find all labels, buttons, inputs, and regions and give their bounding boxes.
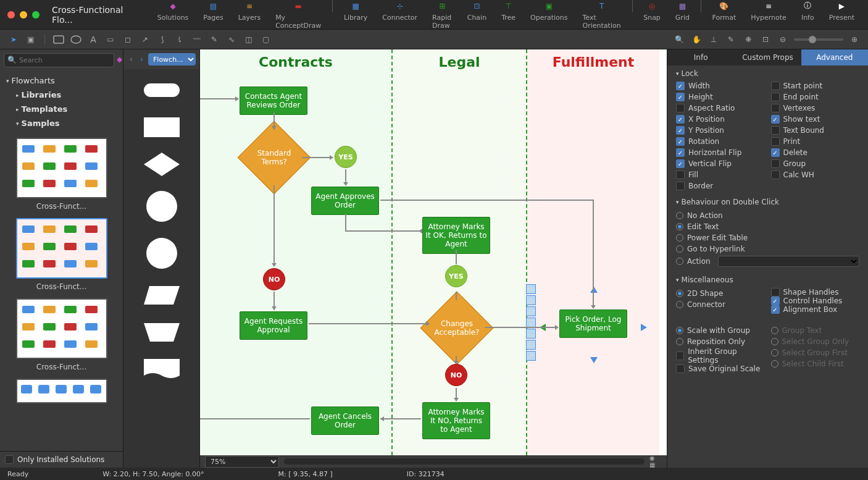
tab-custom-props[interactable]: Custom Props — [734, 49, 801, 65]
pointer-tool[interactable]: ➤ — [7, 33, 20, 46]
menu-connector[interactable]: ⊹Connector — [376, 0, 424, 32]
lock-vertical-flip[interactable]: ✓Vertical Flip — [676, 159, 765, 168]
misc-alignment-box[interactable]: ✓Alignment Box — [771, 305, 860, 314]
group-scale-with-group[interactable]: Scale with Group — [676, 325, 765, 336]
lock-horizontal-flip[interactable]: ✓Horizontal Flip — [676, 148, 765, 157]
search-canvas-icon[interactable]: 🔍 — [673, 33, 685, 46]
menu-chain[interactable]: ⊡Chain — [461, 0, 493, 32]
dblclick-no-action[interactable]: No Action — [676, 210, 859, 221]
menu-tree[interactable]: ⊤Tree — [495, 0, 522, 32]
lock-aspect-ratio[interactable]: Aspect Ratio — [676, 104, 765, 112]
dblclick-action[interactable]: Action — [676, 255, 859, 268]
lock-group[interactable]: Group — [771, 159, 860, 168]
crop-tool[interactable]: ⊡ — [759, 33, 772, 46]
node-yes2[interactable]: YES — [445, 265, 467, 287]
lock-print[interactable]: Print — [771, 137, 860, 146]
data-shape[interactable] — [143, 284, 180, 306]
textbox-tool[interactable]: ▭ — [104, 33, 117, 46]
lock-x-position[interactable]: ✓X Position — [676, 115, 765, 124]
eyedropper-tool[interactable]: ✎ — [725, 33, 737, 46]
filter-button[interactable]: ◆ — [117, 53, 122, 65]
dblclick-edit-text[interactable]: Edit Text — [676, 221, 859, 232]
connector-shape[interactable] — [143, 190, 180, 222]
pen-tool[interactable]: ✎ — [208, 33, 220, 46]
tree-root[interactable]: ▾ Flowcharts — [5, 74, 118, 88]
lock-fill[interactable]: Fill — [676, 171, 765, 179]
tree-libraries[interactable]: ▸ Libraries — [5, 88, 118, 102]
eraser-tool[interactable]: ◫ — [243, 33, 255, 46]
lock-border[interactable]: Border — [676, 182, 765, 190]
process-shape[interactable] — [143, 116, 180, 138]
minimize-window-button[interactable] — [20, 11, 27, 19]
sg-conn-icon[interactable]: ↗ — [526, 351, 536, 361]
spray-tool[interactable]: ❋ — [742, 33, 754, 46]
misc-control-handles[interactable]: ✓Control Handles — [771, 297, 860, 305]
document-shape[interactable] — [143, 358, 180, 381]
spline-tool[interactable]: 〰 — [191, 33, 203, 46]
shapes-dropdown[interactable]: Flowch... — [148, 53, 196, 65]
zoom-out-button[interactable]: ⊖ — [777, 33, 789, 46]
dblclick-power-edit-table[interactable]: Power Edit Table — [676, 232, 859, 243]
tab-info[interactable]: Info — [667, 49, 734, 65]
node-attorney-no[interactable]: Attorney Marks It NO, Returns to Agent — [422, 402, 490, 439]
page-nav-icon[interactable]: ◉ ▦ — [649, 455, 662, 468]
ellipse-tool[interactable] — [70, 33, 82, 46]
menu-pages[interactable]: ▤Pages — [197, 0, 229, 32]
node-no2[interactable]: NO — [445, 364, 467, 386]
menu-format[interactable]: 🎨Format — [706, 0, 742, 32]
sg-diamond-icon[interactable]: ◇ — [526, 295, 536, 305]
lock-calc-wh[interactable]: Calc WH — [771, 171, 860, 179]
menu-operations[interactable]: ▣Operations — [524, 0, 574, 32]
lock-height[interactable]: ✓Height — [676, 93, 765, 101]
menu-rapid-draw[interactable]: ⊞Rapid Draw — [426, 0, 459, 32]
thumbnail-2[interactable]: Cross-Funct... — [5, 298, 118, 371]
shapes-next-button[interactable]: › — [138, 53, 146, 65]
marquee-tool[interactable]: ▣ — [25, 33, 37, 46]
lock-text-bound[interactable]: Text Bound — [771, 126, 860, 135]
dblclick-go-to-hyperlink[interactable]: Go to Hyperlink — [676, 243, 859, 255]
lock-delete[interactable]: ✓Delete — [771, 148, 860, 157]
menu-snap[interactable]: ◎Snap — [637, 0, 667, 32]
zoom-in-button[interactable]: ⊕ — [848, 33, 861, 46]
lock-end-point[interactable]: End point — [771, 93, 860, 101]
sg-trap-icon[interactable]: ▱ — [526, 306, 536, 316]
node-contacts-review[interactable]: Contacts Agent Reviews Order — [240, 86, 307, 115]
node-yes1[interactable]: YES — [335, 146, 357, 168]
lock-vertexes[interactable]: Vertexes — [771, 104, 860, 112]
misc-2d-shape[interactable]: 2D Shape — [676, 288, 765, 299]
search-input[interactable] — [4, 53, 114, 67]
lock-width[interactable]: ✓Width — [676, 82, 765, 90]
misc-shape-handles[interactable]: Shape Handles — [771, 288, 860, 297]
page-tool[interactable]: ▢ — [260, 33, 272, 46]
misc-connector[interactable]: Connector — [676, 299, 765, 310]
tree-templates[interactable]: ▸ Templates — [5, 102, 118, 116]
curve-tool[interactable]: ⤹ — [173, 33, 186, 46]
menu-library[interactable]: ▦Library — [338, 0, 373, 32]
group-inherit-group-settings[interactable]: Inherit Group Settings — [676, 347, 765, 364]
horizontal-scrollbar[interactable] — [284, 458, 645, 465]
terminator-shape[interactable] — [143, 79, 180, 101]
node-attorney-ok[interactable]: Attorney Marks It OK, Returns to Agent — [422, 217, 490, 254]
menu-my-conceptdraw[interactable]: ▬My ConceptDraw — [269, 0, 327, 32]
maximize-window-button[interactable] — [32, 11, 40, 19]
menu-grid[interactable]: ▦Grid — [669, 0, 696, 32]
node-agent-approves[interactable]: Agent Approves Order — [311, 187, 379, 215]
callout-tool[interactable]: ◻ — [122, 33, 134, 46]
decision-shape[interactable] — [143, 153, 180, 175]
zoom-dropdown[interactable]: 75% — [205, 456, 279, 468]
stamp-tool[interactable]: ⊥ — [707, 33, 720, 46]
smart-guides-toolbar[interactable]: ▭ ◇ ▱ ▽ ◡ ⬭ ↗ — [526, 284, 536, 362]
freehand-tool[interactable]: ∿ — [225, 33, 238, 46]
menu-text-orientation[interactable]: TText Orientation — [577, 0, 627, 32]
group-reposition-only[interactable]: Reposition Only — [676, 336, 765, 347]
menu-present[interactable]: ▶Present — [823, 0, 861, 32]
node-no1[interactable]: NO — [263, 268, 285, 290]
sg-rect-icon[interactable]: ▭ — [526, 284, 536, 294]
drawing-canvas[interactable]: Contracts Legal Fulfillment Contacts Age… — [200, 49, 667, 455]
sg-term-icon[interactable]: ⬭ — [526, 340, 536, 350]
group-save-original-scale[interactable]: Save Original Scale — [676, 364, 765, 373]
lock-start-point[interactable]: Start point — [771, 82, 860, 90]
only-installed-check[interactable]: Only Installed Solutions — [0, 451, 123, 468]
text-tool[interactable]: A — [87, 33, 99, 46]
node-pick-order[interactable]: Pick Order, Log Shipment — [559, 309, 627, 338]
